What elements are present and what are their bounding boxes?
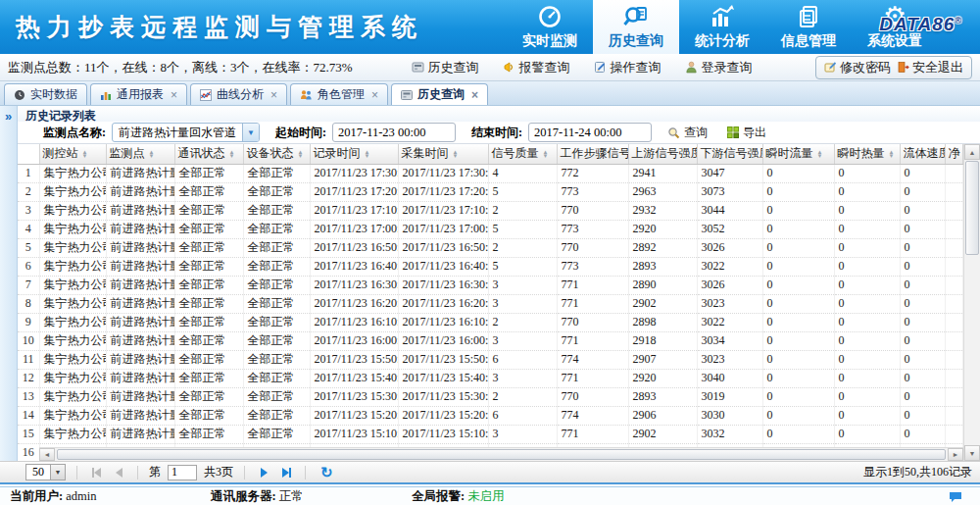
page-number-input[interactable] bbox=[168, 465, 197, 480]
link-history-query[interactable]: 历史查询 bbox=[412, 59, 479, 76]
panel-title: 历史记录列表 bbox=[18, 106, 980, 122]
vertical-scrollbar[interactable]: ▲ ▼ bbox=[963, 144, 980, 461]
table-cell: 3 bbox=[488, 276, 557, 294]
table-cell: 15 bbox=[18, 425, 39, 443]
horizontal-scrollbar[interactable]: ◄ ► bbox=[39, 447, 963, 461]
last-page-button[interactable] bbox=[278, 465, 294, 480]
nav-item-stats[interactable]: 统计分析 bbox=[679, 0, 765, 54]
table-row[interactable]: 11集宁热力公司前进路热计量回全部正常全部正常2017/11/23 15:50:… bbox=[18, 350, 962, 369]
chevron-down-icon[interactable]: ▼ bbox=[242, 124, 259, 141]
tab-close-icon[interactable]: × bbox=[371, 88, 378, 102]
column-header[interactable]: 监测点▲▼ bbox=[106, 144, 174, 164]
sort-icon[interactable]: ▲▼ bbox=[817, 150, 823, 158]
nav-item-history[interactable]: 历史查询 bbox=[593, 0, 679, 54]
refresh-icon[interactable]: ↻ bbox=[320, 464, 333, 481]
end-time-input[interactable] bbox=[528, 123, 652, 142]
table-cell: 集宁热力公司 bbox=[39, 425, 106, 443]
nav-item-info[interactable]: 信息管理 bbox=[765, 0, 852, 54]
table-row[interactable]: 9集宁热力公司前进路热计量回全部正常全部正常2017/11/23 16:10:0… bbox=[18, 313, 962, 331]
column-header[interactable]: 通讯状态▲▼ bbox=[174, 144, 243, 164]
history-grid: 测控站▲▼监测点▲▼通讯状态▲▼设备状态▲▼记录时间▲▼采集时间▲▼信号质量▲▼… bbox=[18, 143, 980, 461]
table-row[interactable]: 14集宁热力公司前进路热计量回全部正常全部正常2017/11/23 15:20:… bbox=[18, 406, 962, 425]
scroll-left-icon[interactable]: ◄ bbox=[39, 448, 55, 461]
sort-icon[interactable]: ▲▼ bbox=[365, 150, 370, 158]
table-row[interactable]: 5集宁热力公司前进路热计量回全部正常全部正常2017/11/23 16:50:0… bbox=[18, 238, 962, 257]
column-header[interactable]: 记录时间▲▼ bbox=[310, 144, 398, 164]
table-cell: 2017/11/23 15:30:00 bbox=[310, 387, 398, 406]
sort-icon[interactable]: ▲▼ bbox=[543, 150, 549, 158]
table-row[interactable]: 13集宁热力公司前进路热计量回全部正常全部正常2017/11/23 15:30:… bbox=[18, 387, 962, 406]
table-cell: 5 bbox=[488, 257, 557, 276]
table-cell: 2892 bbox=[628, 238, 697, 257]
sort-icon[interactable]: ▲▼ bbox=[453, 150, 459, 158]
next-page-button[interactable] bbox=[256, 465, 271, 480]
message-bubble-icon[interactable] bbox=[949, 490, 962, 505]
start-time-input[interactable] bbox=[332, 123, 456, 142]
scroll-down-icon[interactable]: ▼ bbox=[964, 445, 980, 461]
column-header[interactable]: 采集时间▲▼ bbox=[398, 144, 488, 164]
nav-item-realtime[interactable]: 实时监测 bbox=[507, 0, 593, 54]
tab-realtime-data[interactable]: 实时数据 bbox=[4, 83, 87, 105]
table-cell: 0 bbox=[900, 331, 945, 350]
scroll-up-icon[interactable]: ▲ bbox=[964, 144, 980, 160]
table-row[interactable]: 7集宁热力公司前进路热计量回全部正常全部正常2017/11/23 16:30:0… bbox=[18, 276, 962, 294]
export-button[interactable]: 导出 bbox=[723, 123, 770, 143]
sort-icon[interactable]: ▲▼ bbox=[149, 150, 155, 158]
horizontal-scroll-thumb[interactable] bbox=[57, 449, 946, 460]
table-cell: 2017/11/23 16:00:00 bbox=[310, 331, 398, 350]
sort-icon[interactable]: ▲▼ bbox=[889, 150, 895, 158]
point-select[interactable]: 前进路热计量回水管道 ▼ bbox=[112, 123, 260, 142]
link-alarm-query[interactable]: 报警查询 bbox=[503, 59, 570, 76]
table-cell: 0 bbox=[900, 387, 945, 406]
column-header[interactable]: 上游信号强度▲▼ bbox=[628, 144, 697, 164]
table-cell: 0 bbox=[762, 350, 834, 369]
table-cell: 0 bbox=[762, 369, 834, 387]
column-header[interactable]: 瞬时热量▲▼ bbox=[834, 144, 900, 164]
table-row[interactable]: 2集宁热力公司前进路热计量回全部正常全部正常2017/11/23 17:20:0… bbox=[18, 182, 962, 201]
scroll-right-icon[interactable]: ► bbox=[948, 448, 963, 461]
table-row[interactable]: 8集宁热力公司前进路热计量回全部正常全部正常2017/11/23 16:20:0… bbox=[18, 294, 962, 313]
tab-close-icon[interactable]: × bbox=[471, 88, 478, 102]
chevron-down-icon[interactable]: ▼ bbox=[50, 465, 65, 480]
column-header[interactable]: 信号质量▲▼ bbox=[488, 144, 557, 164]
column-header[interactable]: 测控站▲▼ bbox=[39, 144, 106, 164]
tab-general-report[interactable]: 通用报表 × bbox=[90, 83, 187, 105]
table-cell: 2890 bbox=[628, 276, 697, 294]
column-header[interactable]: 下游信号强度▲▼ bbox=[697, 144, 762, 164]
tab-role-management[interactable]: 角色管理 × bbox=[290, 83, 388, 105]
table-cell: 2906 bbox=[628, 406, 697, 425]
sort-icon[interactable]: ▲▼ bbox=[229, 150, 235, 158]
table-row[interactable]: 3集宁热力公司前进路热计量回全部正常全部正常2017/11/23 17:10:0… bbox=[18, 201, 962, 220]
tab-close-icon[interactable]: × bbox=[171, 88, 177, 102]
table-row[interactable]: 4集宁热力公司前进路热计量回全部正常全部正常2017/11/23 17:00:0… bbox=[18, 220, 962, 238]
tab-history-query[interactable]: 历史查询 × bbox=[391, 83, 488, 105]
tab-curve-analysis[interactable]: 曲线分析 × bbox=[190, 83, 287, 105]
first-page-button[interactable] bbox=[88, 465, 104, 480]
table-row[interactable]: 12集宁热力公司前进路热计量回全部正常全部正常2017/11/23 15:40:… bbox=[18, 369, 962, 387]
column-header[interactable]: 工作步骤信号质▲▼ bbox=[557, 144, 628, 164]
sort-icon[interactable]: ▲▼ bbox=[298, 150, 304, 158]
table-cell: 5 bbox=[18, 238, 39, 257]
table-row[interactable]: 15集宁热力公司前进路热计量回全部正常全部正常2017/11/23 15:10:… bbox=[18, 425, 962, 443]
sort-icon[interactable]: ▲▼ bbox=[82, 150, 88, 158]
column-header[interactable]: 净▲▼ bbox=[945, 144, 962, 164]
table-row[interactable]: 10集宁热力公司前进路热计量回全部正常全部正常2017/11/23 16:00:… bbox=[18, 331, 962, 350]
table-cell: 全部正常 bbox=[243, 276, 310, 294]
column-header[interactable]: 流体速度▲▼ bbox=[900, 144, 945, 164]
table-row[interactable]: 1集宁热力公司前进路热计量回全部正常全部正常2017/11/23 17:30:0… bbox=[18, 164, 962, 182]
query-button[interactable]: 查询 bbox=[663, 123, 711, 143]
logout-button[interactable]: 安全退出 bbox=[897, 59, 963, 76]
tab-close-icon[interactable]: × bbox=[270, 88, 277, 102]
change-password-button[interactable]: 修改密码 bbox=[824, 59, 891, 76]
link-operation-query[interactable]: 操作查询 bbox=[594, 59, 662, 76]
link-login-query[interactable]: 登录查询 bbox=[685, 59, 753, 76]
collapsed-side-panel[interactable]: » bbox=[0, 106, 18, 461]
column-header[interactable]: 设备状态▲▼ bbox=[243, 144, 310, 164]
main-region: » 历史记录列表 监测点名称: 前进路热计量回水管道 ▼ 起始时间: 结束时间:… bbox=[0, 106, 980, 461]
table-row[interactable]: 6集宁热力公司前进路热计量回全部正常全部正常2017/11/23 16:40:0… bbox=[18, 257, 962, 276]
column-header[interactable]: 瞬时流量▲▼ bbox=[762, 144, 834, 164]
vertical-scroll-thumb[interactable] bbox=[965, 161, 979, 255]
table-cell: 3030 bbox=[697, 406, 762, 425]
prev-page-button[interactable] bbox=[111, 465, 126, 480]
page-size-select[interactable]: 50 ▼ bbox=[25, 464, 66, 480]
